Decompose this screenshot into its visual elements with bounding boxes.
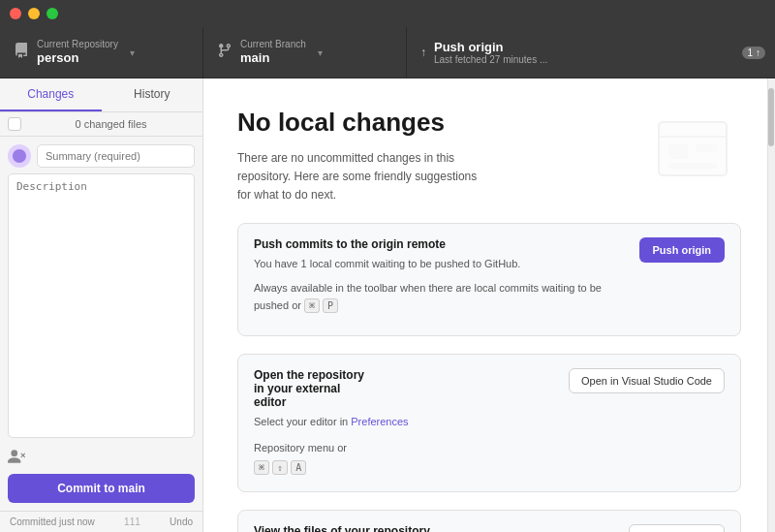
show-in-finder-button[interactable]: Show in Finder xyxy=(629,524,725,532)
editor-card-desc: Select your editor in Preferences xyxy=(254,414,409,431)
left-panel: Changes History 0 changed files xyxy=(0,78,203,532)
push-title: Push origin xyxy=(434,40,547,54)
editor-card-content: Open the repository in your external edi… xyxy=(254,368,725,477)
push-info-text: Push origin Last fetched 27 minutes ... xyxy=(434,40,547,65)
undo-link[interactable]: Undo xyxy=(170,516,193,527)
changed-files-count: 0 changed files xyxy=(27,118,195,130)
maximize-button[interactable] xyxy=(46,8,58,19)
push-origin-section[interactable]: ↑ Push origin Last fetched 27 minutes ..… xyxy=(407,27,775,78)
branch-icon xyxy=(217,43,232,62)
description-input[interactable] xyxy=(8,173,195,438)
branch-selector[interactable]: Current Branch main ▾ xyxy=(203,27,407,78)
repo-chevron-icon: ▾ xyxy=(130,47,135,58)
push-shortcut-kbd: ⌘ xyxy=(304,298,320,313)
push-subtitle: Last fetched 27 minutes ... xyxy=(434,54,547,65)
editor-shortcut-shift-kbd: ⇧ xyxy=(272,460,288,475)
push-badge: 1 ↑ xyxy=(742,47,765,59)
push-shortcut-p-kbd: P xyxy=(323,298,338,313)
push-card-title: Push commits to the origin remote xyxy=(254,237,630,251)
svg-rect-3 xyxy=(696,144,717,152)
commit-area: Commit to main xyxy=(0,137,202,511)
repository-selector[interactable]: Current Repository person ▾ xyxy=(0,27,203,78)
add-coauthor-button[interactable] xyxy=(8,448,25,468)
editor-shortcut-cmd-kbd: ⌘ xyxy=(254,460,269,475)
tab-bar: Changes History xyxy=(0,78,202,112)
minimize-button[interactable] xyxy=(28,8,40,19)
preferences-link[interactable]: Preferences xyxy=(351,416,408,427)
changed-files-bar: 0 changed files xyxy=(0,112,202,137)
commit-footer xyxy=(8,448,195,468)
repo-name: person xyxy=(37,50,118,67)
branch-chevron-icon: ▾ xyxy=(318,47,323,58)
close-button[interactable] xyxy=(10,8,21,19)
editor-shortcut-a-kbd: A xyxy=(291,460,306,475)
editor-card-left: Open the repository in your external edi… xyxy=(254,368,409,477)
bottom-status: Committed just now 111 Undo xyxy=(0,511,202,532)
repo-icon xyxy=(14,43,29,62)
open-editor-card: Open the repository in your external edi… xyxy=(237,354,741,491)
svg-rect-2 xyxy=(668,144,688,159)
scrollbar-thumb[interactable] xyxy=(768,88,774,146)
titlebar xyxy=(0,0,775,27)
commit-button[interactable]: Commit to main xyxy=(8,474,195,503)
summary-input[interactable] xyxy=(37,144,195,168)
no-changes-description: There are no uncommitted changes in this… xyxy=(237,149,489,205)
editor-shortcut: Repository menu or ⌘ ⇧ A xyxy=(254,439,409,478)
commit-status-text: Committed just now xyxy=(10,516,95,527)
push-card-desc1: You have 1 local commit waiting to be pu… xyxy=(254,256,630,273)
finder-card-content: View the files of your repository in Fin… xyxy=(254,524,725,532)
select-all-checkbox[interactable] xyxy=(8,117,21,131)
finder-card-left: View the files of your repository in Fin… xyxy=(254,524,430,532)
main-area: Changes History 0 changed files xyxy=(0,78,775,532)
toolbar: Current Repository person ▾ Current Bran… xyxy=(0,27,775,78)
commit-summary-row xyxy=(8,144,195,168)
illustration xyxy=(649,103,736,194)
branch-label: Current Branch xyxy=(240,39,306,50)
repo-text: Current Repository person xyxy=(37,39,118,67)
repo-label: Current Repository xyxy=(37,39,118,50)
commit-avatar xyxy=(8,144,31,168)
scrollbar-track[interactable] xyxy=(767,78,775,532)
finder-card: View the files of your repository in Fin… xyxy=(237,510,741,532)
push-badge-arrow-icon: ↑ xyxy=(756,47,760,58)
branch-text: Current Branch main xyxy=(240,39,306,67)
tab-changes[interactable]: Changes xyxy=(0,78,102,111)
tab-history[interactable]: History xyxy=(102,78,203,111)
push-card-content: Push commits to the origin remote You ha… xyxy=(254,237,725,323)
push-origin-button[interactable]: Push origin xyxy=(639,237,726,263)
push-badge-count: 1 xyxy=(747,47,753,58)
push-info-left: ↑ Push origin Last fetched 27 minutes ..… xyxy=(420,40,547,65)
right-panel: No local changes There are no uncommitte… xyxy=(203,78,775,532)
open-vscode-button[interactable]: Open in Visual Studio Code xyxy=(569,368,725,393)
push-card-left: Push commits to the origin remote You ha… xyxy=(254,237,630,323)
push-commits-card: Push commits to the origin remote You ha… xyxy=(237,223,741,337)
commit-number: 111 xyxy=(124,516,140,527)
editor-card-title: Open the repository in your external edi… xyxy=(254,368,409,409)
svg-rect-4 xyxy=(668,163,717,169)
branch-name: main xyxy=(240,50,306,67)
push-up-arrow-icon: ↑ xyxy=(420,46,426,59)
push-card-desc2: Always available in the toolbar when the… xyxy=(254,280,630,314)
finder-card-title: View the files of your repository in Fin… xyxy=(254,524,430,532)
